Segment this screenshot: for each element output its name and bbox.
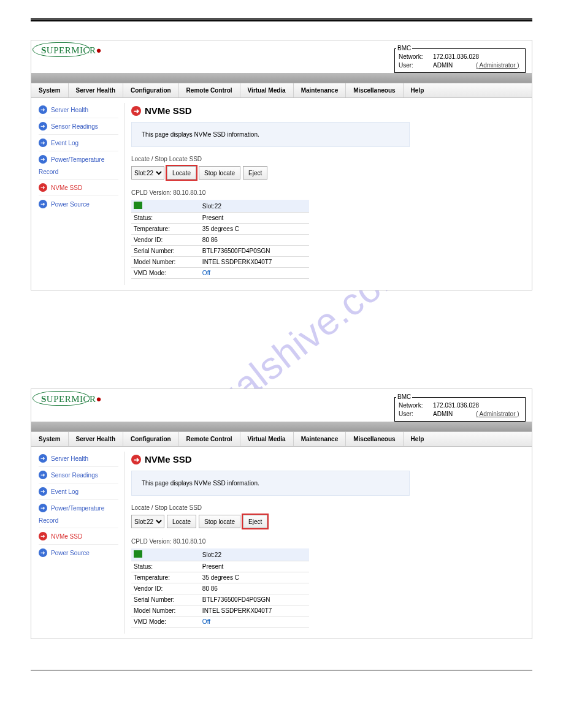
page-title: ➜NVMe SSD [131,454,526,464]
arrow-icon: ➜ [39,183,47,192]
row-val: BTLF736500FD4P0SGN [200,246,309,257]
row-val: BTLF736500FD4P0SGN [200,594,309,605]
screenshot-panel-2: SUPERMICR● BMC Network:172.031.036.028 U… [31,389,532,639]
sidebar-item-label: Server Health [51,107,88,113]
sidebar-item-nvme-ssd[interactable]: ➜NVMe SSD [39,180,118,196]
supermicro-logo: SUPERMICR● [36,44,107,57]
arrow-icon: ➜ [131,455,141,464]
menu-virtual-media[interactable]: Virtual Media [240,83,294,97]
sidebar-item-label: Sensor Readings [51,472,98,479]
row-key: Vendor ID: [131,583,200,594]
sidebar-item-nvme-ssd[interactable]: ➜NVMe SSD [39,528,118,545]
info-banner: This page displays NVMe SSD information. [131,471,410,496]
stop-locate-button[interactable]: Stop locate [199,515,240,528]
green-square-icon [134,550,142,558]
slot-header-label: Slot:22 [200,548,309,561]
bmc-legend: BMC [396,393,412,401]
arrow-icon: ➜ [39,122,47,131]
menu-help[interactable]: Help [404,83,432,97]
row-val: 80 86 [200,583,309,594]
menu-remote-control[interactable]: Remote Control [179,432,240,446]
menu-maintenance[interactable]: Maintenance [294,432,347,446]
menu-configuration[interactable]: Configuration [123,432,179,446]
menu-virtual-media[interactable]: Virtual Media [240,432,294,446]
ssd-details-table: Slot:22 Status:Present Temperature:35 de… [131,200,309,279]
sidebar-item-label: Sensor Readings [51,123,98,130]
locate-button[interactable]: Locate [167,515,196,528]
sidebar-item-sensor-readings[interactable]: ➜Sensor Readings [39,467,118,483]
menu-maintenance[interactable]: Maintenance [294,83,347,97]
sidebar-item-server-health[interactable]: ➜Server Health [39,450,118,467]
menu-configuration[interactable]: Configuration [123,83,179,97]
bmc-user-label: User: [399,410,433,419]
locate-button[interactable]: Locate [167,166,196,180]
arrow-icon: ➜ [39,471,47,479]
bmc-info-box: BMC Network:172.031.036.028 User:ADMIN( … [394,44,526,73]
sidebar-item-label: Event Log [51,488,79,495]
menu-system[interactable]: System [31,432,69,446]
menu-remote-control[interactable]: Remote Control [179,83,240,97]
supermicro-logo: SUPERMICR● [36,393,107,406]
ssd-details-table: Slot:22 Status:Present Temperature:35 de… [131,548,309,628]
header-gradient-bar [31,422,532,431]
sidebar-item-label: Power Source [51,201,90,208]
bmc-user-label: User: [399,61,433,70]
sidebar-item-event-log[interactable]: ➜Event Log [39,483,118,500]
row-val: Present [200,213,309,224]
row-key: Temperature: [131,572,200,583]
info-banner: This page displays NVMe SSD information. [131,122,410,147]
arrow-icon: ➜ [39,548,47,557]
arrow-icon: ➜ [39,454,47,463]
bmc-role-link[interactable]: ( Administrator ) [476,61,519,70]
sidebar-item-label: Power/Temperature [51,505,104,512]
row-val: 80 86 [200,235,309,246]
sidebar-record-continuation: Record [39,516,118,528]
menu-miscellaneous[interactable]: Miscellaneous [346,83,403,97]
menu-system[interactable]: System [31,83,69,97]
row-key: Serial Number: [131,594,200,605]
green-square-icon [134,202,142,209]
status-indicator [131,200,200,213]
eject-button[interactable]: Eject [243,515,267,528]
sidebar-item-label: Power Source [51,550,90,556]
arrow-icon: ➜ [39,200,47,208]
slot-header-label: Slot:22 [200,200,309,213]
bmc-legend: BMC [396,44,412,53]
sidebar-item-power-source[interactable]: ➜Power Source [39,196,118,212]
arrow-icon: ➜ [131,106,141,116]
sidebar-item-label: Server Health [51,455,88,462]
row-key: Temperature: [131,224,200,235]
row-key: VMD Mode: [131,268,200,279]
arrow-icon: ➜ [39,138,47,147]
row-key: Model Number: [131,605,200,616]
row-val: INTEL SSDPERKX040T7 [200,257,309,268]
sidebar-item-power-temp[interactable]: ➜Power/Temperature [39,151,118,167]
menu-help[interactable]: Help [404,432,432,446]
sidebar-item-label: Event Log [51,140,79,146]
menu-server-health[interactable]: Server Health [69,432,123,446]
cpld-version-label: CPLD Version: 80.10.80.10 [131,538,526,545]
slot-select[interactable]: Slot:22 [131,166,164,180]
sidebar-item-sensor-readings[interactable]: ➜Sensor Readings [39,118,118,135]
sidebar-item-label: Power/Temperature [51,156,104,163]
stop-locate-button[interactable]: Stop locate [199,166,240,180]
menu-miscellaneous[interactable]: Miscellaneous [346,432,403,446]
sidebar-item-power-temp[interactable]: ➜Power/Temperature [39,500,118,516]
bmc-role-link[interactable]: ( Administrator ) [476,410,519,419]
arrow-icon: ➜ [39,504,47,512]
slot-select[interactable]: Slot:22 [131,515,164,528]
sidebar-item-server-health[interactable]: ➜Server Health [39,102,118,118]
top-menu: System Server Health Configuration Remot… [31,431,532,447]
bmc-network-value: 172.031.036.028 [433,401,479,410]
row-val: Off [200,268,309,279]
locate-section-label: Locate / Stop Locate SSD [131,504,526,511]
bmc-network-value: 172.031.036.028 [433,53,479,61]
sidebar-item-power-source[interactable]: ➜Power Source [39,545,118,561]
arrow-icon: ➜ [39,532,47,540]
row-val: 35 degrees C [200,572,309,583]
bmc-info-box: BMC Network:172.031.036.028 User:ADMIN( … [394,393,526,422]
sidebar-item-event-log[interactable]: ➜Event Log [39,135,118,151]
bmc-network-label: Network: [399,53,433,61]
menu-server-health[interactable]: Server Health [69,83,123,97]
eject-button[interactable]: Eject [243,166,267,180]
